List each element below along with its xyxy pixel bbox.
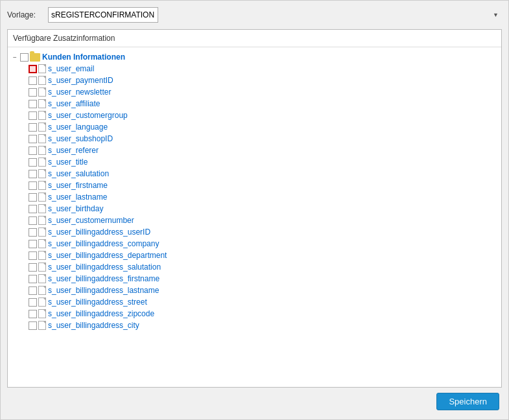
file-icon xyxy=(38,76,46,85)
tree-node-label: s_user_salutation xyxy=(48,169,109,178)
file-icon xyxy=(38,216,46,225)
expand-icon[interactable]: − xyxy=(10,52,19,62)
tree-node-checkbox[interactable] xyxy=(29,275,37,283)
tree-root-label: Kunden Informationen xyxy=(42,52,125,62)
file-icon xyxy=(38,169,46,178)
tree-node-checkbox[interactable] xyxy=(29,263,37,272)
file-icon xyxy=(38,309,46,318)
tree-root: − Kunden Informationen s_user_emails_use… xyxy=(8,50,501,332)
tree-node-checkbox[interactable] xyxy=(29,321,37,330)
tree-node: s_user_firstname xyxy=(10,180,499,191)
tree-node-label: s_user_paymentID xyxy=(48,76,113,85)
panel-header: Verfügbare Zusatzinformation xyxy=(8,30,501,47)
tree-node-checkbox[interactable] xyxy=(29,193,37,202)
tree-node-label: s_user_birthday xyxy=(48,204,103,213)
tree-node-checkbox[interactable] xyxy=(29,286,37,295)
tree-node: s_user_billingaddress_firstname xyxy=(10,273,499,285)
tree-node-label: s_user_subshopID xyxy=(48,134,113,143)
tree-node: s_user_title xyxy=(10,156,499,168)
tree-node-label: s_user_billingaddress_zipcode xyxy=(48,309,154,318)
tree-node-label: s_user_customernumber xyxy=(48,216,134,225)
tree-node-checkbox[interactable] xyxy=(29,65,37,73)
tree-node-checkbox[interactable] xyxy=(29,205,37,213)
tree-node: s_user_lastname xyxy=(10,191,499,203)
tree-node-checkbox[interactable] xyxy=(29,88,37,97)
file-icon xyxy=(38,298,46,307)
tree-node: s_user_billingaddress_department xyxy=(10,250,499,261)
tree-node-label: s_user_billingaddress_street xyxy=(48,298,147,307)
tree-node: s_user_newsletter xyxy=(10,86,499,98)
file-icon xyxy=(38,228,46,237)
tree-node-label: s_user_billingaddress_company xyxy=(48,239,159,248)
tree-node: s_user_billingaddress_company xyxy=(10,238,499,250)
tree-node-checkbox[interactable] xyxy=(29,181,37,190)
file-icon xyxy=(38,239,46,248)
save-button[interactable]: Speichern xyxy=(436,393,499,410)
tree-node-checkbox[interactable] xyxy=(29,100,37,108)
tree-node-checkbox[interactable] xyxy=(29,76,37,85)
tree-node-checkbox[interactable] xyxy=(29,170,37,178)
tree-node: s_user_billingaddress_street xyxy=(10,296,499,308)
tree-node-checkbox[interactable] xyxy=(29,216,37,225)
tree-node-label: s_user_billingaddress_firstname xyxy=(48,274,160,283)
tree-node: s_user_billingaddress_salutation xyxy=(10,261,499,273)
folder-icon xyxy=(30,53,40,62)
file-icon xyxy=(38,158,46,167)
tree-node-checkbox[interactable] xyxy=(29,251,37,260)
file-icon xyxy=(38,146,46,155)
tree-node-label: s_user_lastname xyxy=(48,192,107,202)
tree-node-checkbox[interactable] xyxy=(29,135,37,143)
file-icon xyxy=(38,262,46,272)
tree-container[interactable]: − Kunden Informationen s_user_emails_use… xyxy=(8,47,501,387)
tree-node: s_user_customergroup xyxy=(10,110,499,121)
tree-node-label: s_user_billingaddress_lastname xyxy=(48,286,159,295)
tree-node-checkbox[interactable] xyxy=(29,111,37,120)
tree-node: s_user_billingaddress_zipcode xyxy=(10,308,499,320)
file-icon xyxy=(38,204,46,213)
root-checkbox[interactable] xyxy=(20,53,29,62)
tree-node-label: s_user_referer xyxy=(48,146,99,155)
tree-node-checkbox[interactable] xyxy=(29,298,37,307)
tree-node-label: s_user_billingaddress_city xyxy=(48,321,139,330)
file-icon xyxy=(38,274,46,283)
file-icon xyxy=(38,122,46,132)
file-icon xyxy=(38,181,46,190)
file-icon xyxy=(38,99,46,108)
bottom-bar: Speichern xyxy=(7,388,502,413)
tree-node-label: s_user_language xyxy=(48,122,108,132)
tree-node: s_user_customernumber xyxy=(10,215,499,226)
content-panel: Verfügbare Zusatzinformation − Kunden In… xyxy=(7,29,502,388)
tree-node-label: s_user_billingaddress_department xyxy=(48,251,167,260)
file-icon xyxy=(38,64,46,73)
tree-node-checkbox[interactable] xyxy=(29,123,37,132)
vorlage-select[interactable]: sREGISTERCONFIRMATION xyxy=(48,7,158,23)
file-icon xyxy=(38,192,46,202)
tree-node-label: s_user_newsletter xyxy=(48,88,111,97)
tree-node: s_user_salutation xyxy=(10,168,499,180)
tree-root-header[interactable]: − Kunden Informationen xyxy=(10,51,499,63)
tree-node-checkbox[interactable] xyxy=(29,146,37,155)
tree-node-checkbox[interactable] xyxy=(29,228,37,237)
file-icon xyxy=(38,134,46,143)
tree-node-label: s_user_affiliate xyxy=(48,99,101,108)
tree-node-checkbox[interactable] xyxy=(29,158,37,167)
tree-node: s_user_billingaddress_lastname xyxy=(10,285,499,296)
tree-node: s_user_billingaddress_userID xyxy=(10,226,499,238)
tree-node-label: s_user_customergroup xyxy=(48,111,128,120)
tree-node: s_user_affiliate xyxy=(10,98,499,110)
file-icon xyxy=(38,321,46,330)
main-container: Vorlage: sREGISTERCONFIRMATION Verfügbar… xyxy=(0,0,509,420)
file-icon xyxy=(38,286,46,295)
tree-node-label: s_user_billingaddress_salutation xyxy=(48,262,161,272)
tree-node-checkbox[interactable] xyxy=(29,310,37,318)
tree-node-checkbox[interactable] xyxy=(29,240,37,248)
vorlage-select-wrapper: sREGISTERCONFIRMATION xyxy=(48,7,502,23)
tree-node-label: s_user_title xyxy=(48,158,88,167)
tree-node-label: s_user_billingaddress_userID xyxy=(48,228,150,237)
tree-node: s_user_subshopID xyxy=(10,133,499,145)
tree-node: s_user_birthday xyxy=(10,203,499,215)
tree-node-label: s_user_firstname xyxy=(48,181,108,190)
tree-node: s_user_email xyxy=(10,63,499,75)
file-icon xyxy=(38,88,46,97)
vorlage-label: Vorlage: xyxy=(7,10,43,19)
